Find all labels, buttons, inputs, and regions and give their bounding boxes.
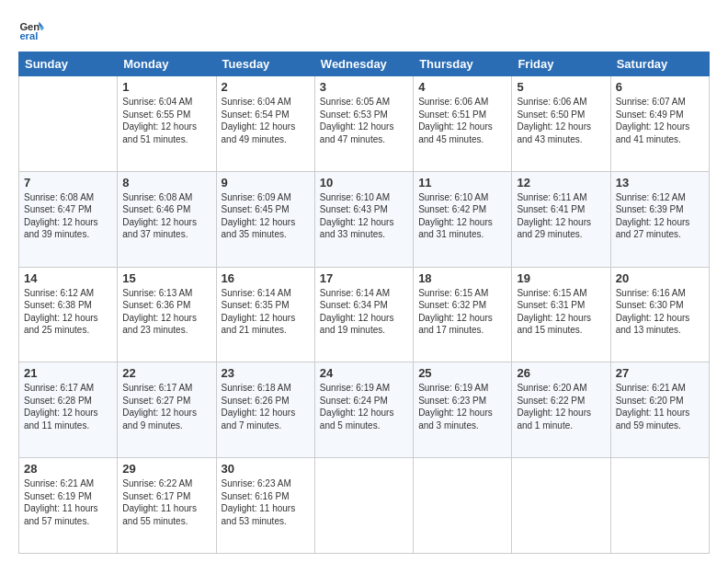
day-number: 24 (320, 366, 408, 380)
day-number: 10 (320, 176, 408, 190)
day-number: 14 (24, 271, 112, 285)
table-row: 26Sunrise: 6:20 AMSunset: 6:22 PMDayligh… (512, 362, 610, 458)
cell-info: Sunrise: 6:18 AMSunset: 6:26 PMDaylight:… (222, 383, 296, 431)
day-number: 7 (24, 176, 112, 190)
table-row: 13Sunrise: 6:12 AMSunset: 6:39 PMDayligh… (610, 171, 709, 267)
table-row: 16Sunrise: 6:14 AMSunset: 6:35 PMDayligh… (216, 267, 314, 362)
page: Gen eral Sunday Monday Tuesday We (0, 0, 728, 563)
day-number: 17 (320, 271, 408, 285)
day-number: 4 (418, 80, 506, 94)
cell-info: Sunrise: 6:16 AMSunset: 6:30 PMDaylight:… (616, 288, 690, 336)
cell-info: Sunrise: 6:21 AMSunset: 6:20 PMDaylight:… (616, 383, 690, 431)
cell-info: Sunrise: 6:19 AMSunset: 6:23 PMDaylight:… (418, 383, 493, 431)
cell-info: Sunrise: 6:14 AMSunset: 6:35 PMDaylight:… (222, 288, 296, 336)
table-row: 12Sunrise: 6:11 AMSunset: 6:41 PMDayligh… (512, 171, 610, 267)
day-number: 30 (222, 462, 310, 476)
table-row: 22Sunrise: 6:17 AMSunset: 6:27 PMDayligh… (118, 362, 216, 458)
header: Gen eral (18, 17, 710, 42)
day-number: 6 (616, 80, 704, 94)
table-row: 8Sunrise: 6:08 AMSunset: 6:46 PMDaylight… (118, 171, 216, 267)
table-row: 6Sunrise: 6:07 AMSunset: 6:49 PMDaylight… (610, 76, 709, 172)
calendar-week-row: 14Sunrise: 6:12 AMSunset: 6:38 PMDayligh… (19, 267, 710, 362)
header-monday: Monday (118, 52, 216, 76)
cell-info: Sunrise: 6:19 AMSunset: 6:24 PMDaylight:… (320, 383, 394, 431)
day-number: 1 (122, 80, 210, 94)
cell-info: Sunrise: 6:11 AMSunset: 6:41 PMDaylight:… (517, 192, 591, 240)
day-number: 8 (122, 176, 210, 190)
cell-info: Sunrise: 6:05 AMSunset: 6:53 PMDaylight:… (320, 97, 394, 144)
table-row: 11Sunrise: 6:10 AMSunset: 6:42 PMDayligh… (414, 171, 512, 267)
day-number: 28 (24, 462, 112, 476)
day-number: 9 (222, 176, 310, 190)
header-saturday: Saturday (610, 52, 709, 76)
day-number: 16 (222, 271, 310, 285)
day-number: 5 (517, 80, 605, 94)
cell-info: Sunrise: 6:12 AMSunset: 6:38 PMDaylight:… (24, 288, 98, 336)
table-row: 28Sunrise: 6:21 AMSunset: 6:19 PMDayligh… (19, 458, 118, 554)
table-row: 24Sunrise: 6:19 AMSunset: 6:24 PMDayligh… (314, 362, 413, 458)
header-thursday: Thursday (414, 52, 512, 76)
table-row: 7Sunrise: 6:08 AMSunset: 6:47 PMDaylight… (19, 171, 118, 267)
header-sunday: Sunday (19, 52, 118, 76)
day-number: 11 (418, 176, 506, 190)
calendar-table: Sunday Monday Tuesday Wednesday Thursday… (18, 52, 710, 554)
table-row: 15Sunrise: 6:13 AMSunset: 6:36 PMDayligh… (118, 267, 216, 362)
cell-info: Sunrise: 6:17 AMSunset: 6:28 PMDaylight:… (24, 383, 98, 431)
table-row: 25Sunrise: 6:19 AMSunset: 6:23 PMDayligh… (414, 362, 512, 458)
cell-info: Sunrise: 6:07 AMSunset: 6:49 PMDaylight:… (616, 97, 690, 144)
day-number: 15 (122, 271, 210, 285)
day-number: 19 (517, 271, 605, 285)
table-row: 14Sunrise: 6:12 AMSunset: 6:38 PMDayligh… (19, 267, 118, 362)
cell-info: Sunrise: 6:04 AMSunset: 6:54 PMDaylight:… (222, 97, 296, 144)
table-row: 20Sunrise: 6:16 AMSunset: 6:30 PMDayligh… (610, 267, 709, 362)
cell-info: Sunrise: 6:04 AMSunset: 6:55 PMDaylight:… (122, 97, 197, 144)
table-row: 19Sunrise: 6:15 AMSunset: 6:31 PMDayligh… (512, 267, 610, 362)
calendar-week-row: 28Sunrise: 6:21 AMSunset: 6:19 PMDayligh… (19, 458, 710, 554)
table-row (414, 458, 512, 554)
logo: Gen eral (18, 17, 48, 42)
cell-info: Sunrise: 6:08 AMSunset: 6:47 PMDaylight:… (24, 192, 98, 240)
day-number: 2 (222, 80, 310, 94)
table-row: 1Sunrise: 6:04 AMSunset: 6:55 PMDaylight… (118, 76, 216, 172)
table-row: 27Sunrise: 6:21 AMSunset: 6:20 PMDayligh… (610, 362, 709, 458)
cell-info: Sunrise: 6:12 AMSunset: 6:39 PMDaylight:… (616, 192, 690, 240)
table-row: 30Sunrise: 6:23 AMSunset: 6:16 PMDayligh… (216, 458, 314, 554)
day-number: 27 (616, 366, 704, 380)
table-row: 9Sunrise: 6:09 AMSunset: 6:45 PMDaylight… (216, 171, 314, 267)
day-number: 20 (616, 271, 704, 285)
day-number: 29 (122, 462, 210, 476)
table-row: 5Sunrise: 6:06 AMSunset: 6:50 PMDaylight… (512, 76, 610, 172)
table-row (19, 76, 118, 172)
cell-info: Sunrise: 6:10 AMSunset: 6:42 PMDaylight:… (418, 192, 493, 240)
logo-icon: Gen eral (18, 17, 44, 42)
cell-info: Sunrise: 6:22 AMSunset: 6:17 PMDaylight:… (122, 478, 197, 526)
table-row: 2Sunrise: 6:04 AMSunset: 6:54 PMDaylight… (216, 76, 314, 172)
cell-info: Sunrise: 6:23 AMSunset: 6:16 PMDaylight:… (222, 478, 296, 526)
cell-info: Sunrise: 6:15 AMSunset: 6:32 PMDaylight:… (418, 288, 493, 336)
calendar-week-row: 21Sunrise: 6:17 AMSunset: 6:28 PMDayligh… (19, 362, 710, 458)
table-row (512, 458, 610, 554)
header-wednesday: Wednesday (314, 52, 413, 76)
day-number: 26 (517, 366, 605, 380)
cell-info: Sunrise: 6:06 AMSunset: 6:51 PMDaylight:… (418, 97, 493, 144)
table-row: 29Sunrise: 6:22 AMSunset: 6:17 PMDayligh… (118, 458, 216, 554)
cell-info: Sunrise: 6:20 AMSunset: 6:22 PMDaylight:… (517, 383, 591, 431)
day-number: 22 (122, 366, 210, 380)
cell-info: Sunrise: 6:09 AMSunset: 6:45 PMDaylight:… (222, 192, 296, 240)
cell-info: Sunrise: 6:08 AMSunset: 6:46 PMDaylight:… (122, 192, 197, 240)
table-row: 4Sunrise: 6:06 AMSunset: 6:51 PMDaylight… (414, 76, 512, 172)
cell-info: Sunrise: 6:21 AMSunset: 6:19 PMDaylight:… (24, 478, 98, 526)
calendar-week-row: 1Sunrise: 6:04 AMSunset: 6:55 PMDaylight… (19, 76, 710, 172)
svg-text:eral: eral (19, 30, 38, 41)
cell-info: Sunrise: 6:10 AMSunset: 6:43 PMDaylight:… (320, 192, 394, 240)
calendar-header-row: Sunday Monday Tuesday Wednesday Thursday… (19, 52, 710, 76)
cell-info: Sunrise: 6:14 AMSunset: 6:34 PMDaylight:… (320, 288, 394, 336)
cell-info: Sunrise: 6:17 AMSunset: 6:27 PMDaylight:… (122, 383, 197, 431)
day-number: 25 (418, 366, 506, 380)
table-row: 21Sunrise: 6:17 AMSunset: 6:28 PMDayligh… (19, 362, 118, 458)
table-row: 10Sunrise: 6:10 AMSunset: 6:43 PMDayligh… (314, 171, 413, 267)
day-number: 23 (222, 366, 310, 380)
cell-info: Sunrise: 6:13 AMSunset: 6:36 PMDaylight:… (122, 288, 197, 336)
table-row: 23Sunrise: 6:18 AMSunset: 6:26 PMDayligh… (216, 362, 314, 458)
table-row (314, 458, 413, 554)
